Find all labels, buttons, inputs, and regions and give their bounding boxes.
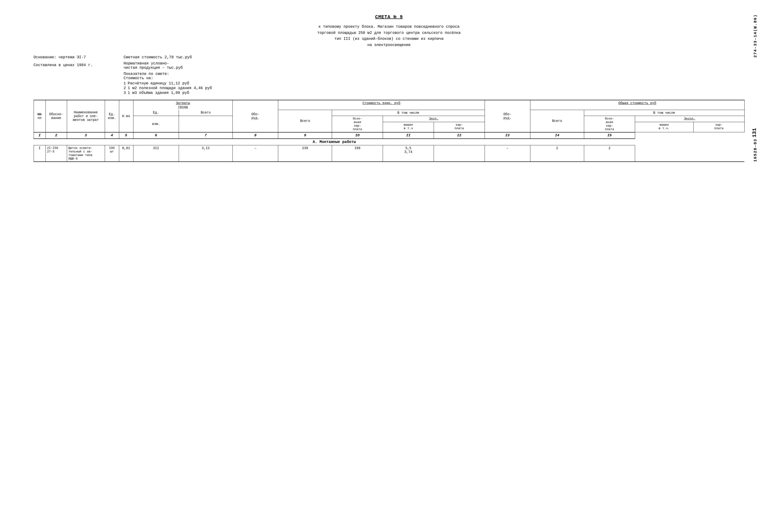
- normative-line2: чистая продукция – тыс.руб: [124, 66, 212, 70]
- colnum-9: 9: [278, 132, 332, 139]
- side-label-bottom-right: 16528-03: [753, 139, 758, 162]
- cell-obo2: –: [485, 145, 530, 162]
- cell-mont-vsego: 239: [278, 145, 332, 162]
- osnov-label: Основание: чертежи ЭI-7: [34, 55, 124, 60]
- cell-obshch-vsego: 2: [530, 145, 584, 162]
- colnum-3: 3: [67, 132, 105, 139]
- colnum-6: 6: [133, 132, 179, 139]
- section-a-header: А. Монтажные работы: [34, 139, 744, 145]
- th-mont-eksp-zarp: зар- плата: [434, 122, 485, 132]
- th-obosn: Обосно- вание: [46, 100, 67, 132]
- indicator3-text: 1 м3 объёма здания 1,09 руб: [128, 91, 189, 95]
- colnum-11: II: [383, 132, 434, 139]
- indicators-label: Показатели по смете:: [124, 72, 212, 76]
- th-mont-eksp-mashin: машин в т.ч: [383, 122, 434, 132]
- table-header-row1: №№ пп Обосно- вание Наименование работ и…: [34, 100, 744, 110]
- page-header: СМЕТА № 9 к типовому проекту блока. Мага…: [34, 14, 745, 48]
- colnum-1: I: [34, 132, 46, 139]
- cell-zatrudy-vsego: 3,I2: [179, 145, 232, 162]
- cell-obshch-osnov: 2: [584, 145, 635, 162]
- section-a-label: А. Монтажные работы: [34, 139, 635, 145]
- indicator2-text: 1 м2 полезной площади здания 4,46 руб: [128, 86, 212, 90]
- cell-obosn: 2I-I50 27-5: [46, 145, 67, 162]
- cell-zatrudy-ed: 3I2: [133, 145, 179, 162]
- th-montazh-group: Стоимость един. руб: [278, 100, 485, 110]
- table-header-row2: Ед. Всего Всего В том числе Всего В том …: [34, 110, 744, 116]
- page-subtitle: к типовому проекту блока. Магазин товаро…: [34, 24, 745, 48]
- th-obo2: Обо- руд.: [485, 100, 530, 132]
- th-obshch-eksp-zarp: зар- плата: [693, 122, 744, 132]
- cost-label: Сметная стоимость 2,78 тыс.руб: [124, 55, 212, 60]
- th-zatrudy-ed: Ед.: [133, 110, 179, 116]
- th-name: Наименование работ и эле- ментов затрат: [67, 100, 105, 132]
- th-zatrudy-ed2: изм.: [133, 116, 179, 132]
- colnum-13: I3: [485, 132, 530, 139]
- indicator3-row: 3 1 м3 объёма здания 1,09 руб: [124, 91, 212, 95]
- indicators-cost-label: Стоимость на:: [124, 76, 212, 80]
- th-kvo: К-во: [119, 100, 133, 132]
- colnum-10: IO: [332, 132, 383, 139]
- indicator3-num: 3: [124, 91, 126, 95]
- normative-label: Нормативная условно-: [124, 61, 212, 66]
- th-obshch-vtomchisle: В том числе: [584, 110, 744, 116]
- table-header-row3: изм. Осно- вная зар- плата Эксп. Осно- в…: [34, 116, 744, 122]
- indicator2-num: 2: [124, 86, 126, 90]
- cell-ed: IOO шт: [105, 145, 119, 162]
- colnum-7: 7: [179, 132, 232, 139]
- th-mont-eksp-group: Эксп.: [383, 116, 485, 122]
- sostavlena-label: Составлена в ценах 1984 г.: [34, 63, 124, 67]
- th-obshch-group: Общая стоимость руб: [530, 100, 744, 110]
- info-right: Сметная стоимость 2,78 тыс.руб Нормативн…: [124, 55, 745, 95]
- indicator1-num: 1: [124, 81, 126, 86]
- indicator1-row: 1 Расчётную единицу 11,12 руб: [124, 81, 212, 86]
- cell-num: I: [34, 145, 46, 162]
- colnum-8: 8: [232, 132, 278, 139]
- side-number-131: 131: [752, 128, 758, 138]
- th-zatrudy-group: Затраты труда: [133, 100, 232, 110]
- indicator2-row: 2 1 м2 полезной площади здания 4,46 руб: [124, 86, 212, 90]
- th-obshch-vsego: Всего: [530, 110, 584, 132]
- cell-mont-osnov: I88: [332, 145, 383, 162]
- page-title: СМЕТА № 9: [34, 14, 745, 20]
- cost-info-block: Сметная стоимость 2,78 тыс.руб Нормативн…: [124, 55, 212, 95]
- cell-mont-eksp: 5,5 3,74: [383, 145, 434, 162]
- cell-name: Щиток освети-тельный с ав-томатами типа …: [67, 145, 105, 162]
- cell-kvo: 0,01: [119, 145, 133, 162]
- table-row: I 2I-I50 27-5 Щиток освети-тельный с ав-…: [34, 145, 744, 162]
- th-obshch-osnov: Осно- вная зар- плата: [584, 116, 635, 132]
- cell-obo: –: [232, 145, 278, 162]
- colnum-12: I2: [434, 132, 485, 139]
- indicator1-text: Расчётную единицу 11,12 руб: [128, 81, 189, 86]
- th-zatrudy-vsego: Всего: [179, 110, 232, 116]
- th-ed: Ед. изм.: [105, 100, 119, 132]
- main-table: №№ пп Обосно- вание Наименование работ и…: [34, 100, 745, 162]
- colnum-15: I5: [584, 132, 635, 139]
- cell-mont-eksp2: [434, 145, 485, 162]
- col-numbers-row: I 2 3 4 5 6 7 8 9 IO II I2 I3 I4 I5: [34, 132, 744, 139]
- colnum-14: I4: [530, 132, 584, 139]
- th-mont-vsego: Всего: [278, 110, 332, 132]
- info-section: Основание: чертежи ЭI-7 Составлена в цен…: [34, 55, 745, 95]
- th-obo: Обо- руд.: [232, 100, 278, 132]
- th-num: №№ пп: [34, 100, 46, 132]
- colnum-2: 2: [46, 132, 67, 139]
- th-mont-vtomchisle: В том числе: [332, 110, 485, 116]
- side-label-top-right: 274-33-14(Ш.86): [753, 14, 758, 58]
- th-obshch-eksp-mashin: машин в т.ч.: [635, 122, 693, 132]
- info-left: Основание: чертежи ЭI-7 Составлена в цен…: [34, 55, 124, 95]
- colnum-4: 4: [105, 132, 119, 139]
- th-obshch-eksp-group: Экспл.: [635, 116, 744, 122]
- colnum-5: 5: [119, 132, 133, 139]
- th-zatrudy-vsego2: [179, 116, 232, 132]
- th-mont-osnov: Осно- вная зар- плата: [332, 116, 383, 132]
